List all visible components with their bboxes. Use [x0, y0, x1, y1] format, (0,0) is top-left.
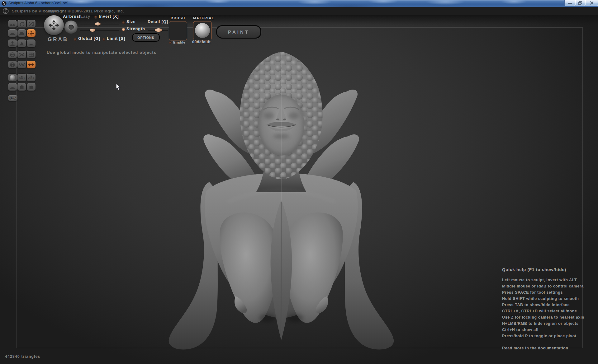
airbrush-ball[interactable] [64, 21, 78, 34]
invert-label[interactable]: Invert [X] [99, 14, 119, 19]
draw-icon [9, 31, 16, 36]
tool-draw-button[interactable] [8, 29, 17, 37]
grab-move-icon [28, 31, 34, 36]
restore-icon [578, 1, 582, 5]
material-sphere-icon [195, 23, 210, 38]
paint-mode-button[interactable]: PAINT [216, 25, 261, 39]
tool-subdivide-all-button[interactable] [27, 51, 36, 58]
tool-crease-button[interactable] [8, 20, 17, 28]
goz-button[interactable]: GoZ [8, 95, 17, 101]
brush-panel-title: BRUSH [171, 16, 185, 20]
wave-circle-icon [9, 52, 16, 57]
obj-label: OBJ [28, 77, 34, 80]
strength-label[interactable]: Strength [126, 26, 145, 31]
floppy-up-icon [19, 85, 25, 90]
minimize-icon [568, 1, 572, 4]
quick-help-line: Press SPACE for tool settings [502, 289, 594, 296]
quick-help-line: Press/hold P to toggle or place pivot [502, 333, 594, 339]
quick-help-line: Left mouse to sculpt, invert with ALT [502, 277, 594, 283]
size-label[interactable]: Size [126, 19, 135, 24]
rotate-icon [19, 21, 25, 26]
zigzag-icon [19, 62, 25, 67]
airbrush-nozzle-icon [69, 25, 74, 30]
save-file-button[interactable] [27, 83, 36, 91]
tool-pinch-button[interactable] [17, 40, 26, 47]
quick-help-footer: Read more in the documentation [502, 346, 594, 350]
close-icon [590, 1, 594, 5]
strength-radio[interactable] [122, 28, 125, 31]
triangle-count-status: 442840 triangles [5, 354, 40, 359]
tool-flatten-button[interactable] [17, 29, 26, 37]
export-obj-button[interactable]: OBJ [27, 74, 36, 82]
tool-wax-button[interactable] [8, 51, 17, 58]
size-slider-handle[interactable] [95, 22, 101, 26]
strength-slider-track[interactable] [80, 30, 119, 31]
import-obj-button[interactable]: OBJ [17, 74, 26, 82]
brush-enable-radio[interactable] [169, 41, 172, 44]
bust-icon [9, 41, 16, 46]
crease-icon [9, 21, 16, 26]
smooth-icon [28, 41, 34, 46]
active-tool-label: GRAB [48, 36, 68, 43]
viewport-frame [17, 27, 583, 348]
flatten-icon [19, 31, 25, 36]
strength-slider-handle[interactable] [90, 29, 95, 32]
obj-label: OBJ [19, 77, 25, 80]
detail-slider-handle[interactable] [155, 28, 162, 32]
copyright-text: Copyright © 2009-2011 Pixologic, Inc. [45, 9, 124, 13]
material-swatch[interactable] [193, 21, 212, 40]
size-radio[interactable] [122, 21, 125, 24]
goz-label: GoZ [9, 96, 16, 100]
brush-texture-swatch[interactable] [169, 21, 187, 40]
open-file-button[interactable] [17, 83, 26, 91]
cross-icon [19, 52, 25, 57]
invert-radio[interactable] [94, 16, 97, 18]
scale-icon [28, 21, 34, 26]
quick-help-line: Press TAB to show/hide interface [502, 302, 594, 308]
paint-label: PAINT [228, 29, 249, 35]
limit-label[interactable]: Limit [S] [107, 36, 125, 41]
material-name: 00default [192, 40, 211, 44]
tool-reduce-brush-button[interactable] [17, 51, 26, 58]
window-title: Sculptris Alpha 6 - seherin3sc1.sc1 [8, 1, 69, 5]
quick-help-line: CTRL+A, CTRL+D will select all/none [502, 308, 594, 314]
quick-help-line: Hold SHIFT while sculpting to smooth [502, 296, 594, 302]
tool-grab-button[interactable] [27, 29, 36, 37]
new-plane-button[interactable] [8, 83, 17, 91]
tool-rotate-button[interactable] [17, 20, 26, 28]
sculptris-app-icon [2, 1, 7, 6]
quick-help-line: Use Z for locking camera to nearest axis [502, 314, 594, 320]
double-arrow-icon [28, 62, 34, 67]
current-tool-ball [44, 15, 64, 35]
detail-label[interactable]: Detail [Q] [148, 19, 168, 24]
global-label[interactable]: Global [G] [78, 36, 100, 41]
airbrush-mode-label[interactable]: Airbrush [63, 14, 82, 19]
tool-mask-button[interactable] [8, 61, 17, 68]
sphere-icon [10, 75, 15, 81]
quick-help-title: Quick help (F1 to show/hide) [502, 267, 594, 272]
quick-help-line: H+LMB/RMB to hide region or objects [502, 320, 594, 327]
floppy-down-icon [28, 85, 34, 90]
tool-symmetry-button[interactable] [27, 61, 36, 68]
tool-wireframe-button[interactable] [17, 61, 26, 68]
close-button[interactable] [585, 0, 598, 6]
quick-help-line: Middle mouse or RMB to control camera [502, 283, 594, 289]
tool-hint-text: Use global mode to manipulate selected o… [47, 50, 156, 55]
quick-help-line: Ctrl+H to show all [502, 327, 594, 333]
pixologic-logo-icon [3, 8, 9, 14]
tool-scale-button[interactable] [27, 20, 36, 28]
mask-m-icon [9, 62, 16, 67]
options-button[interactable]: OPTIONS [132, 33, 160, 42]
tool-inflate-button[interactable] [8, 40, 17, 47]
brush-enable-label[interactable]: Enable [173, 40, 185, 44]
minimize-button[interactable] [564, 0, 575, 6]
grid-icon [28, 52, 34, 57]
maximize-restore-button[interactable] [575, 0, 585, 6]
new-sphere-button[interactable] [8, 74, 17, 82]
global-radio[interactable] [74, 38, 77, 41]
pinch-icon [19, 41, 25, 46]
limit-radio[interactable] [102, 38, 105, 41]
lazy-mode-label[interactable]: Lazy [80, 14, 90, 19]
ball-highlight [52, 23, 56, 27]
tool-smooth-button[interactable] [27, 40, 36, 47]
